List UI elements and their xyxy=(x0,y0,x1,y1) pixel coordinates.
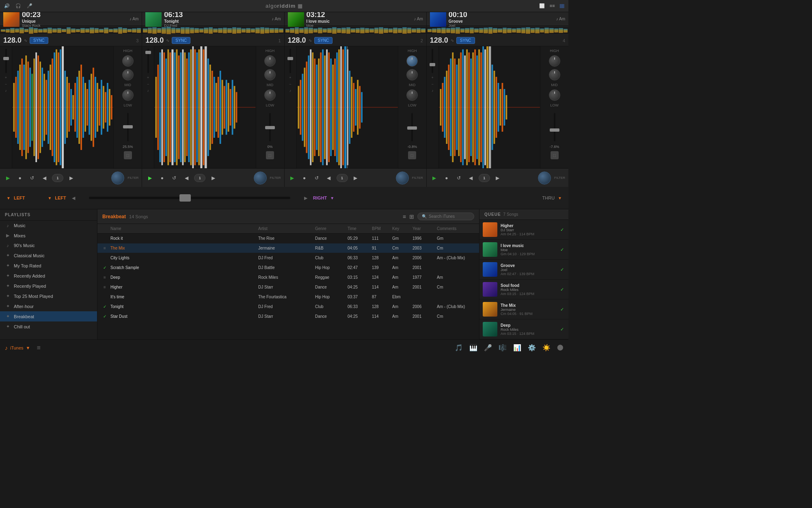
headphone-icon[interactable]: 🎧 xyxy=(15,3,21,9)
itunes-source[interactable]: ♪ iTunes ▼ xyxy=(5,345,30,351)
sun-icon[interactable]: ☀️ xyxy=(542,344,551,352)
deck-1-high-knob[interactable] xyxy=(264,55,276,67)
deck-1-cue[interactable]: ⬚ xyxy=(266,151,274,159)
deck-4-volume-handle[interactable] xyxy=(430,63,435,66)
queue-item-themix[interactable]: The Mix Jermaine Cm 04:05 · 91 BPM ✓ xyxy=(479,300,568,319)
mic-icon[interactable]: 🎤 xyxy=(27,3,32,9)
deck-2-filter-knob[interactable] xyxy=(396,172,409,185)
table-row[interactable]: ≡ Deep Rock Miles Reggae 03:15 124 Am 19… xyxy=(97,273,479,282)
deck-3-high-knob[interactable] xyxy=(122,55,134,67)
deck-3-pitch-handle[interactable] xyxy=(123,125,133,128)
deck-3-cue-btn[interactable]: ● xyxy=(15,174,24,182)
deck-4-loop-num[interactable]: 1 xyxy=(479,174,490,182)
deck-3-loop-num[interactable]: 1 xyxy=(52,174,63,182)
routing-right-label[interactable]: RIGHT xyxy=(313,195,327,200)
deck-3-play-btn[interactable]: ▶ xyxy=(3,174,12,182)
queue-item-groove[interactable]: Groove Joel Am 02:47 · 139 BPM ✓ xyxy=(479,260,568,280)
deck-1-loop-btn[interactable]: ↺ xyxy=(170,174,179,182)
deck-4-loop-btn[interactable]: ↺ xyxy=(454,174,463,182)
deck-2-volume-handle[interactable] xyxy=(287,57,293,60)
deck-1-prev-btn[interactable]: ◀ xyxy=(182,174,191,182)
playlist-menu-btn[interactable]: ≡ xyxy=(403,213,406,220)
deck-1-volume-handle[interactable] xyxy=(145,51,151,54)
deck-1-cue-btn[interactable]: ● xyxy=(158,174,166,182)
sidebar-item-top25[interactable]: ✦ Top 25 Most Played xyxy=(0,291,97,301)
deck-4-low-knob[interactable] xyxy=(549,89,560,101)
col-header-comments[interactable]: Comments xyxy=(435,226,476,232)
deck-2-loop-btn[interactable]: ↺ xyxy=(312,174,321,182)
deck-4-pitch-handle[interactable] xyxy=(550,128,559,132)
deck-1-loop-num[interactable]: 1 xyxy=(194,174,205,182)
table-row[interactable]: Rock it The Rise Dance 05:29 111 Gm 1996… xyxy=(97,234,479,243)
deck-3-mid-knob[interactable] xyxy=(122,69,134,80)
deck-3-low-knob[interactable] xyxy=(122,89,134,101)
col-header-time[interactable]: Time xyxy=(346,226,370,232)
table-row[interactable]: ✓ Star Dust DJ Starr Dance 04:25 114 Am … xyxy=(97,312,479,321)
deck-2-cue[interactable]: ⬚ xyxy=(408,151,416,159)
sidebar-item-chillout[interactable]: ✦ Chill out xyxy=(0,321,97,332)
deck-2-loop-num[interactable]: 1 xyxy=(337,174,348,182)
col-header-key[interactable]: Key xyxy=(391,226,411,232)
deck-1-pitch-handle[interactable] xyxy=(265,126,275,129)
piano-icon[interactable]: 🎹 xyxy=(469,344,477,352)
cf-nav-left[interactable]: ◀ xyxy=(69,194,78,202)
menu-icon[interactable]: ≡≡ xyxy=(550,3,555,9)
table-row[interactable]: It's time The Fourtastica Hip Hop 03:37 … xyxy=(97,292,479,302)
routing-left-label[interactable]: LEFT xyxy=(14,195,25,200)
grid-icon[interactable]: |||| xyxy=(560,3,564,9)
microphone-icon[interactable]: 🎤 xyxy=(484,344,492,352)
deck-2-high-knob[interactable] xyxy=(406,55,418,67)
deck-2-cue-btn[interactable]: ● xyxy=(300,174,309,182)
col-header-artist[interactable]: Artist xyxy=(257,226,313,232)
queue-item-soulfood[interactable]: Soul food Rock Miles Am 03:15 · 124 BPM … xyxy=(479,280,568,300)
deck-2-sync-button[interactable]: SYNC xyxy=(314,37,333,44)
deck-1-low-knob[interactable] xyxy=(264,89,276,101)
deck-3-prev-btn[interactable]: ◀ xyxy=(40,174,49,182)
deck-2-low-knob[interactable] xyxy=(406,89,418,101)
music-note-icon[interactable]: 🎵 xyxy=(455,344,463,352)
queue-item-ilovemusic[interactable]: I love music Moe Gm 04:10 · 129 BPM ✓ xyxy=(479,240,568,260)
deck-4-filter-knob[interactable] xyxy=(538,172,551,185)
keyboard-icon[interactable]: 🎼 xyxy=(499,344,507,352)
deck-3-filter-knob[interactable] xyxy=(111,172,124,185)
sidebar-item-afterhour[interactable]: ✦ After-hour xyxy=(0,301,97,311)
sidebar-item-classical[interactable]: ✦ Classical Music xyxy=(0,250,97,261)
table-row[interactable]: ≡ Higher DJ Starr Dance 04:25 114 Am 200… xyxy=(97,282,479,292)
table-row[interactable]: City Lights DJ Fred Club 06:33 128 Am 20… xyxy=(97,253,479,263)
sidebar-item-breakbeat[interactable]: ✦ Breakbeat xyxy=(0,311,97,321)
crossfader-handle[interactable] xyxy=(179,194,191,202)
deck-2-prev-btn[interactable]: ◀ xyxy=(324,174,333,182)
deck-4-high-knob[interactable] xyxy=(549,55,560,67)
deck-4-prev-btn[interactable]: ◀ xyxy=(466,174,475,182)
cf-nav-right[interactable]: ▶ xyxy=(302,194,310,202)
sidebar-item-90s[interactable]: ♪ 90's Music xyxy=(0,241,97,250)
deck-3-cue[interactable]: ⬚ xyxy=(124,151,132,159)
playlist-bottom-icon[interactable]: ≡ xyxy=(37,344,41,352)
playlist-list-btn[interactable]: ⊞ xyxy=(409,213,414,220)
deck-3-next-btn[interactable]: ▶ xyxy=(67,174,76,182)
deck-1-play-btn[interactable]: ▶ xyxy=(145,174,154,182)
table-row[interactable]: ≡ The Mix Jermaine R&B 04:05 91 Cm 2003 … xyxy=(97,243,479,253)
deck-4-cue-btn[interactable]: ● xyxy=(442,174,451,182)
search-input[interactable] xyxy=(429,214,470,219)
queue-item-higher[interactable]: Higher DJ Starr Am 04:25 · 114 BPM ✓ xyxy=(479,220,568,240)
settings-icon[interactable]: ⚙️ xyxy=(528,344,536,352)
deck-4-mid-knob[interactable] xyxy=(549,69,560,80)
deck-1-filter-knob[interactable] xyxy=(254,172,267,185)
circle-icon[interactable]: ⬜ xyxy=(539,3,545,9)
sidebar-item-music[interactable]: ♪ Music xyxy=(0,221,97,230)
circle-icon2[interactable]: ⬤ xyxy=(557,344,564,352)
deck-2-next-btn[interactable]: ▶ xyxy=(351,174,360,182)
deck-4-sync-button[interactable]: SYNC xyxy=(456,37,475,44)
deck-3-loop-btn[interactable]: ↺ xyxy=(28,174,37,182)
col-header-name[interactable]: Name xyxy=(109,226,257,232)
deck-4-next-btn[interactable]: ▶ xyxy=(493,174,502,182)
routing-left2-label[interactable]: LEFT xyxy=(55,195,66,200)
deck-2-play-btn[interactable]: ▶ xyxy=(288,174,297,182)
deck-3-volume-handle[interactable] xyxy=(3,57,9,60)
deck-4-cue[interactable]: ⬚ xyxy=(551,151,559,159)
deck-3-sync-button[interactable]: SYNC xyxy=(30,37,48,44)
table-row[interactable]: ✓ Scratch Sample DJ Battle Hip Hop 02:47… xyxy=(97,263,479,273)
queue-item-deep[interactable]: Deep Rock Miles Am 03:15 · 124 BPM ✓ xyxy=(479,319,568,339)
deck-1-mid-knob[interactable] xyxy=(264,69,276,80)
